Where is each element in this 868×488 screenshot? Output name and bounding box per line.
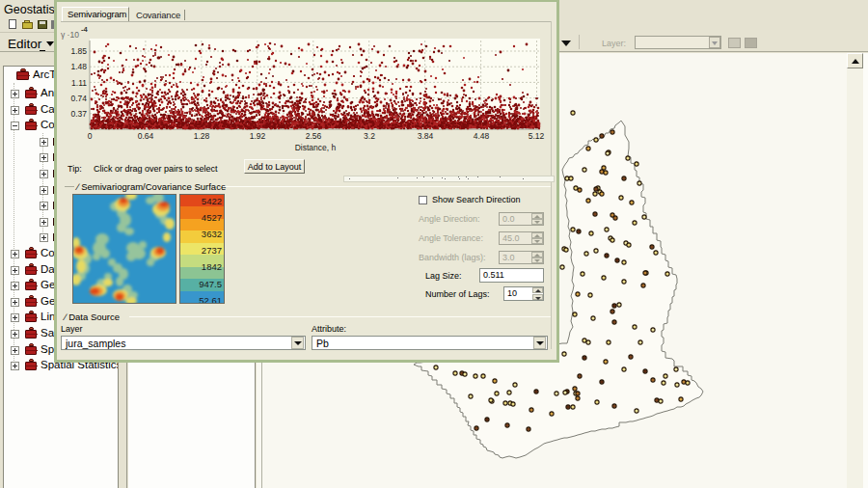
svg-text:0.64: 0.64 [138, 131, 154, 141]
svg-text:1.48: 1.48 [70, 62, 87, 71]
svg-text:2.56: 2.56 [306, 131, 322, 141]
svg-text:γ ·10: γ ·10 [61, 30, 79, 40]
svg-text:3.84: 3.84 [418, 131, 434, 141]
svg-text:4.48: 4.48 [474, 131, 490, 141]
svg-text:0: 0 [88, 131, 93, 141]
svg-text:5.12: 5.12 [529, 131, 545, 141]
svg-text:-4: -4 [81, 25, 88, 34]
svg-text:Distance, h: Distance, h [295, 143, 337, 152]
svg-text:0.74: 0.74 [70, 94, 87, 103]
svg-text:3.2: 3.2 [364, 131, 375, 141]
svg-text:1.11: 1.11 [71, 78, 87, 88]
svg-text:1.92: 1.92 [250, 131, 266, 141]
svg-text:0.37: 0.37 [70, 109, 87, 119]
svg-text:1.28: 1.28 [194, 131, 210, 141]
svg-text:1.85: 1.85 [70, 46, 87, 56]
